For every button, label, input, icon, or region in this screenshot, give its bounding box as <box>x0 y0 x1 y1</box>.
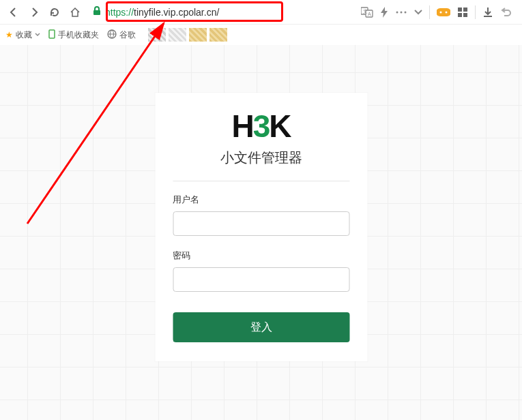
bookmark-google[interactable]: 谷歌 <box>107 29 136 41</box>
toolbar-divider <box>429 5 430 19</box>
grid-icon[interactable] <box>457 7 468 18</box>
app-title: 小文件管理器 <box>173 149 349 167</box>
reload-button[interactable] <box>46 4 63 20</box>
gamepad-icon[interactable] <box>437 7 450 17</box>
password-input[interactable] <box>173 267 349 292</box>
address-bar[interactable]: https://tinyfile.vip.cpolar.cn/ <box>87 3 357 22</box>
app-logo: H3K <box>173 108 349 145</box>
mobile-icon <box>48 29 55 41</box>
bookmark-thumb[interactable] <box>148 28 166 42</box>
password-label: 密码 <box>173 250 349 262</box>
bookmark-bar: ★ 收藏 手机收藏夹 谷歌 <box>0 25 522 45</box>
globe-icon <box>107 29 117 41</box>
bookmark-mobile[interactable]: 手机收藏夹 <box>48 29 99 41</box>
svg-rect-1 <box>93 10 100 15</box>
back-button[interactable] <box>5 4 22 20</box>
bookmark-label: 手机收藏夹 <box>58 29 99 41</box>
svg-rect-11 <box>458 7 462 12</box>
star-icon: ★ <box>5 30 13 40</box>
bookmark-favorites[interactable]: ★ 收藏 <box>5 29 40 41</box>
svg-point-10 <box>446 11 448 13</box>
username-label: 用户名 <box>173 194 349 206</box>
svg-text:A: A <box>368 12 371 16</box>
login-card: H3K 小文件管理器 用户名 密码 登入 <box>155 93 367 361</box>
more-icon[interactable] <box>395 10 407 14</box>
chevron-down-icon <box>35 33 40 37</box>
svg-rect-12 <box>463 7 467 12</box>
bookmark-thumb[interactable] <box>169 28 186 42</box>
login-button[interactable]: 登入 <box>173 312 349 342</box>
toolbar-divider <box>475 5 476 19</box>
bookmark-thumb[interactable] <box>209 28 227 42</box>
bookmark-label: 收藏 <box>16 29 32 41</box>
home-button[interactable] <box>67 4 83 20</box>
undo-icon[interactable] <box>500 7 511 18</box>
svg-point-8 <box>405 11 407 13</box>
svg-point-7 <box>401 11 403 13</box>
divider <box>173 181 349 181</box>
svg-rect-15 <box>49 30 55 38</box>
lock-icon <box>93 6 101 18</box>
svg-point-6 <box>396 11 398 13</box>
svg-text:文: 文 <box>363 9 368 14</box>
arrow-right-icon <box>29 7 40 18</box>
home-icon <box>70 7 81 18</box>
arrow-left-icon <box>8 7 19 18</box>
bookmark-thumb[interactable] <box>189 28 207 42</box>
url-text: https://tinyfile.vip.cpolar.cn/ <box>105 7 219 18</box>
chevron-down-icon[interactable] <box>414 10 422 15</box>
svg-rect-14 <box>463 13 467 17</box>
reload-icon <box>49 7 60 18</box>
download-icon[interactable] <box>482 7 493 18</box>
browser-toolbar: https://tinyfile.vip.cpolar.cn/ 文A <box>0 0 522 25</box>
bookmark-thumbs <box>148 28 227 42</box>
forward-button[interactable] <box>26 4 42 20</box>
svg-point-9 <box>440 11 442 13</box>
lightning-icon[interactable] <box>380 7 388 18</box>
translate-icon[interactable]: 文A <box>361 7 373 18</box>
svg-rect-13 <box>458 13 462 17</box>
username-input[interactable] <box>173 211 349 236</box>
bookmark-label: 谷歌 <box>119 29 136 41</box>
